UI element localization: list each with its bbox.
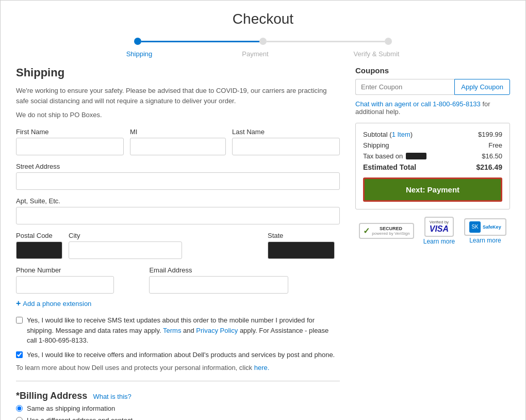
estimated-label: Estimated Total — [363, 163, 416, 171]
personal-info-link[interactable]: here. — [254, 364, 270, 371]
step-dot-payment — [259, 38, 267, 45]
phone-email-row: Phone Number Email Address — [16, 266, 340, 294]
postal-group: Postal Code — [16, 232, 62, 259]
add-phone-extension[interactable]: + Add a phone extension — [16, 299, 340, 308]
mi-label: MI — [130, 128, 226, 136]
subtotal-label: Subtotal (1 Item) — [363, 131, 413, 138]
postal-label: Postal Code — [16, 232, 62, 239]
step-dot-verify — [385, 38, 392, 45]
shipping-row: Shipping Free — [363, 141, 502, 149]
section-divider — [16, 381, 340, 381]
last-name-group: Last Name — [232, 128, 340, 155]
same-shipping-label: Same as shipping information — [27, 405, 115, 412]
email-group: Email Address — [149, 266, 340, 294]
street-address-group: Street Address — [16, 163, 340, 190]
coupons-title: Coupons — [355, 66, 510, 75]
subtotal-row: Subtotal (1 Item) $199.99 — [363, 131, 502, 138]
visa-learn-more-link[interactable]: Learn more — [423, 238, 455, 245]
norton-check-icon: ✓ — [363, 226, 370, 236]
page-title: Checkout — [1, 1, 525, 33]
shipping-title: Shipping — [16, 66, 340, 79]
city-label: City — [69, 232, 261, 239]
offers-checkbox-text: Yes, I would like to receive offers and … — [27, 350, 335, 360]
same-shipping-radio[interactable] — [16, 405, 23, 412]
apply-coupon-button[interactable]: Apply Coupon — [454, 79, 510, 95]
safekey-text: SafeKey — [483, 224, 501, 230]
sms-checkbox-text: Yes, I would like to receive SMS text up… — [27, 315, 340, 346]
what-is-this-link[interactable]: What is this? — [93, 393, 131, 400]
chat-link[interactable]: Chat with an agent or call — [355, 100, 433, 108]
norton-badge-img: ✓ SECURED powered by VeriSign — [359, 223, 414, 239]
line-2 — [267, 41, 385, 42]
mi-input[interactable] — [130, 138, 226, 155]
mi-group: MI — [130, 128, 226, 155]
visa-badge-img: Verified by VISA — [424, 217, 454, 237]
norton-secured-text: SECURED — [372, 226, 409, 231]
apt-group: Apt, Suite, Etc. — [16, 197, 340, 224]
first-name-input[interactable] — [16, 138, 124, 155]
left-column: Shipping We're working to ensure your sa… — [16, 66, 340, 420]
phone-input[interactable] — [16, 276, 114, 294]
norton-badge: ✓ SECURED powered by VeriSign — [359, 223, 414, 239]
safekey-learn-more-link[interactable]: Learn more — [469, 237, 501, 244]
last-name-input[interactable] — [232, 138, 340, 155]
offers-checkbox[interactable] — [16, 351, 23, 358]
different-address-label: Use a different address and contact — [27, 416, 133, 420]
different-address-radio[interactable] — [16, 417, 23, 420]
terms-link[interactable]: Terms — [163, 327, 181, 334]
street-address-input[interactable] — [16, 172, 340, 190]
tax-label: Tax based on — [363, 152, 426, 160]
phone-link[interactable]: 1-800-695-8133 — [433, 100, 481, 108]
street-address-label: Street Address — [16, 163, 340, 170]
tax-redacted — [406, 153, 426, 159]
coupon-row: Apply Coupon — [355, 79, 510, 95]
subtotal-items-link[interactable]: 1 Item — [392, 131, 410, 138]
personal-info: To learn more about how Dell uses and pr… — [16, 364, 340, 371]
first-name-label: First Name — [16, 128, 124, 136]
add-phone-label: Add a phone extension — [23, 300, 91, 308]
billing-title: *Billing Address What is this? — [16, 391, 340, 401]
name-row: First Name MI Last Name — [16, 128, 340, 155]
step-shipping — [134, 38, 141, 45]
postal-row: Postal Code City State — [16, 232, 340, 259]
safekey-badge: SK SafeKey Learn more — [464, 218, 506, 244]
same-shipping-radio-row: Same as shipping information — [16, 405, 340, 412]
shipping-label: Shipping — [363, 141, 389, 149]
next-payment-button[interactable]: Next: Payment — [363, 177, 502, 202]
tax-row: Tax based on $16.50 — [363, 152, 502, 160]
postal-input[interactable] — [16, 241, 62, 259]
apt-label: Apt, Suite, Etc. — [16, 197, 340, 205]
estimated-value: $216.49 — [476, 163, 502, 171]
sms-checkbox-row: Yes, I would like to receive SMS text up… — [16, 315, 340, 346]
covid-notice: We're working to ensure your safety. Ple… — [16, 86, 340, 106]
tax-value: $16.50 — [482, 152, 502, 160]
email-input[interactable] — [149, 276, 288, 294]
sms-checkbox[interactable] — [16, 317, 23, 324]
security-badges: ✓ SECURED powered by VeriSign Verified b… — [355, 217, 510, 245]
different-address-radio-row: Use a different address and contact — [16, 416, 340, 420]
state-select[interactable] — [268, 241, 335, 259]
state-label: State — [268, 232, 340, 239]
step-label-verify: Verify & Submit — [351, 50, 402, 58]
step-label-payment: Payment — [235, 50, 276, 58]
first-name-group: First Name — [16, 128, 124, 155]
step-dot-shipping — [134, 38, 141, 45]
visa-text: VISA — [430, 224, 449, 234]
line-1 — [141, 41, 259, 42]
visa-verified-text: Verified by — [430, 220, 449, 224]
city-input[interactable] — [69, 241, 182, 259]
step-verify — [385, 38, 392, 45]
offers-checkbox-row: Yes, I would like to receive offers and … — [16, 350, 340, 360]
safekey-icon: SK — [469, 221, 481, 233]
visa-badge: Verified by VISA Learn more — [423, 217, 455, 245]
apt-input[interactable] — [16, 207, 340, 224]
coupon-input[interactable] — [355, 79, 454, 95]
privacy-link[interactable]: Privacy Policy — [196, 327, 238, 334]
order-summary-box: Subtotal (1 Item) $199.99 Shipping Free … — [355, 123, 510, 209]
phone-label: Phone Number — [16, 266, 143, 274]
chat-help: Chat with an agent or call 1-800-695-813… — [355, 100, 510, 116]
billing-section: *Billing Address What is this? Same as s… — [16, 391, 340, 420]
estimated-total-row: Estimated Total $216.49 — [363, 163, 502, 171]
shipping-value: Free — [488, 141, 502, 149]
plus-icon: + — [16, 299, 21, 308]
